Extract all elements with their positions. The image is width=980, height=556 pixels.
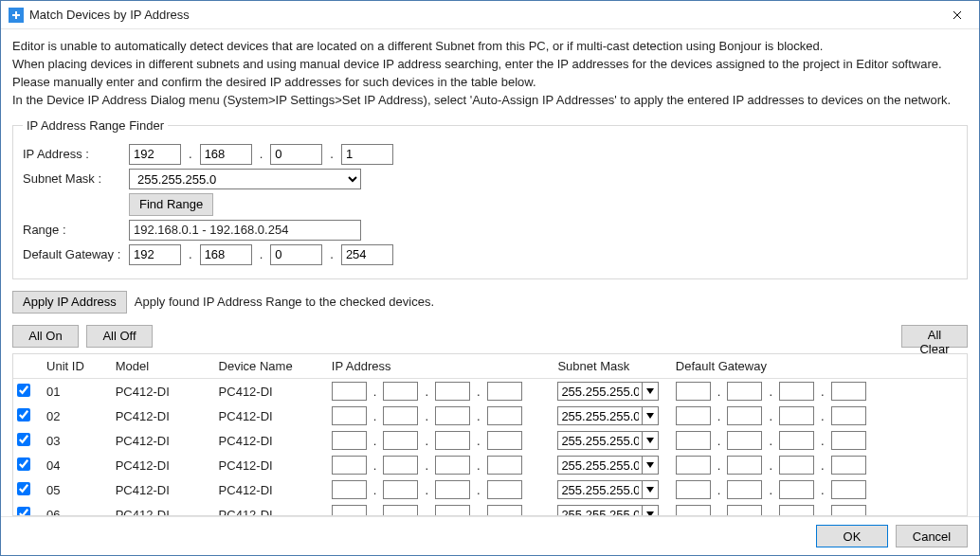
ok-button[interactable]: OK xyxy=(816,525,888,547)
row-gw-octet-3[interactable] xyxy=(779,480,814,499)
row-ip-octet-2[interactable] xyxy=(383,431,418,450)
row-ip-octet-3[interactable] xyxy=(435,480,470,499)
find-range-button[interactable]: Find Range xyxy=(129,193,213,216)
row-subnet-mask[interactable] xyxy=(557,406,643,425)
row-gw-octet-1[interactable] xyxy=(676,431,711,450)
row-ip-octet-1[interactable] xyxy=(332,382,367,401)
row-ip-octet-3[interactable] xyxy=(435,456,470,475)
row-subnet-mask[interactable] xyxy=(557,480,643,499)
cell-unit-id: 02 xyxy=(43,404,112,428)
col-default-gateway: Default Gateway xyxy=(672,354,967,379)
row-subnet-dropdown[interactable] xyxy=(643,456,659,475)
ip-octet-3[interactable] xyxy=(270,144,322,165)
table-header-row: Unit ID Model Device Name IP Address Sub… xyxy=(13,354,967,379)
row-ip-octet-1[interactable] xyxy=(332,505,367,516)
row-ip-octet-2[interactable] xyxy=(383,406,418,425)
row-subnet-dropdown[interactable] xyxy=(643,505,659,516)
close-icon xyxy=(953,10,962,20)
row-ip-octet-4[interactable] xyxy=(487,456,522,475)
row-gw-octet-3[interactable] xyxy=(779,382,814,401)
close-button[interactable] xyxy=(935,1,979,29)
gw-octet-2[interactable] xyxy=(200,244,252,265)
row-gw-octet-2[interactable] xyxy=(727,431,762,450)
row-ip-octet-1[interactable] xyxy=(332,406,367,425)
row-gw-octet-4[interactable] xyxy=(831,382,866,401)
row-subnet-mask[interactable] xyxy=(557,456,643,475)
row-gw-octet-4[interactable] xyxy=(831,456,866,475)
row-gw-octet-3[interactable] xyxy=(779,505,814,516)
row-gw-octet-4[interactable] xyxy=(831,505,866,516)
row-subnet-dropdown[interactable] xyxy=(643,382,659,401)
col-unit-id: Unit ID xyxy=(43,354,112,379)
row-ip-octet-2[interactable] xyxy=(383,505,418,516)
row-gw-octet-3[interactable] xyxy=(779,406,814,425)
gw-octet-3[interactable] xyxy=(270,244,322,265)
row-checkbox[interactable] xyxy=(17,457,30,471)
default-gateway-label: Default Gateway : xyxy=(23,247,129,261)
row-gw-octet-1[interactable] xyxy=(676,505,711,516)
cell-model: PC412-DI xyxy=(112,404,215,428)
gw-octet-4[interactable] xyxy=(341,244,393,265)
row-ip-octet-4[interactable] xyxy=(487,431,522,450)
row-checkbox[interactable] xyxy=(17,384,30,397)
table-row: 02PC412-DIPC412-DI...... xyxy=(13,404,967,428)
table-row: 01PC412-DIPC412-DI...... xyxy=(13,379,967,404)
row-checkbox[interactable] xyxy=(17,507,30,516)
row-gw-octet-3[interactable] xyxy=(779,431,814,450)
row-gw-octet-1[interactable] xyxy=(676,406,711,425)
row-gw-octet-1[interactable] xyxy=(676,382,711,401)
col-model: Model xyxy=(112,354,215,379)
row-ip-octet-3[interactable] xyxy=(435,431,470,450)
row-ip-octet-4[interactable] xyxy=(487,406,522,425)
row-ip-octet-2[interactable] xyxy=(383,456,418,475)
row-ip-octet-1[interactable] xyxy=(332,431,367,450)
row-gw-octet-2[interactable] xyxy=(727,456,762,475)
row-gw-octet-2[interactable] xyxy=(727,480,762,499)
row-ip-octet-3[interactable] xyxy=(435,505,470,516)
row-gw-octet-4[interactable] xyxy=(831,406,866,425)
row-subnet-mask[interactable] xyxy=(557,382,643,401)
ip-octet-4[interactable] xyxy=(341,144,393,165)
row-gw-octet-3[interactable] xyxy=(779,456,814,475)
row-gw-octet-2[interactable] xyxy=(727,406,762,425)
ip-octet-2[interactable] xyxy=(200,144,252,165)
cell-unit-id: 03 xyxy=(43,428,112,453)
row-checkbox[interactable] xyxy=(17,482,30,495)
cancel-button[interactable]: Cancel xyxy=(896,525,968,547)
row-ip-octet-4[interactable] xyxy=(487,505,522,516)
all-off-button[interactable]: All Off xyxy=(86,325,153,348)
apply-ip-address-button[interactable]: Apply IP Address xyxy=(12,291,127,314)
row-ip-octet-1[interactable] xyxy=(332,480,367,499)
row-ip-octet-1[interactable] xyxy=(332,456,367,475)
device-table[interactable]: Unit ID Model Device Name IP Address Sub… xyxy=(12,353,968,516)
gw-octet-1[interactable] xyxy=(129,244,181,265)
cell-device-name: PC412-DI xyxy=(215,428,328,453)
row-ip-octet-4[interactable] xyxy=(487,480,522,499)
row-ip-octet-3[interactable] xyxy=(435,382,470,401)
all-clear-button[interactable]: All Clear xyxy=(901,325,968,348)
cell-device-name: PC412-DI xyxy=(215,477,328,502)
subnet-mask-select[interactable]: 255.255.255.0 xyxy=(129,169,361,189)
row-gw-octet-1[interactable] xyxy=(676,480,711,499)
ip-octet-1[interactable] xyxy=(129,144,181,165)
row-gw-octet-4[interactable] xyxy=(831,431,866,450)
table-row: 06PC412-DIPC412-DI...... xyxy=(13,502,967,516)
row-gw-octet-2[interactable] xyxy=(727,382,762,401)
row-gw-octet-1[interactable] xyxy=(676,456,711,475)
row-subnet-mask[interactable] xyxy=(557,505,643,516)
row-gw-octet-4[interactable] xyxy=(831,480,866,499)
row-ip-octet-3[interactable] xyxy=(435,406,470,425)
row-ip-octet-4[interactable] xyxy=(487,382,522,401)
row-ip-octet-2[interactable] xyxy=(383,382,418,401)
row-subnet-dropdown[interactable] xyxy=(643,480,659,499)
row-checkbox[interactable] xyxy=(17,433,30,446)
all-on-button[interactable]: All On xyxy=(12,325,79,348)
row-gw-octet-2[interactable] xyxy=(727,505,762,516)
table-row: 03PC412-DIPC412-DI...... xyxy=(13,428,967,453)
row-subnet-mask[interactable] xyxy=(557,431,643,450)
cell-model: PC412-DI xyxy=(112,453,215,477)
row-subnet-dropdown[interactable] xyxy=(643,431,659,450)
row-ip-octet-2[interactable] xyxy=(383,480,418,499)
row-subnet-dropdown[interactable] xyxy=(643,406,659,425)
row-checkbox[interactable] xyxy=(17,408,30,421)
